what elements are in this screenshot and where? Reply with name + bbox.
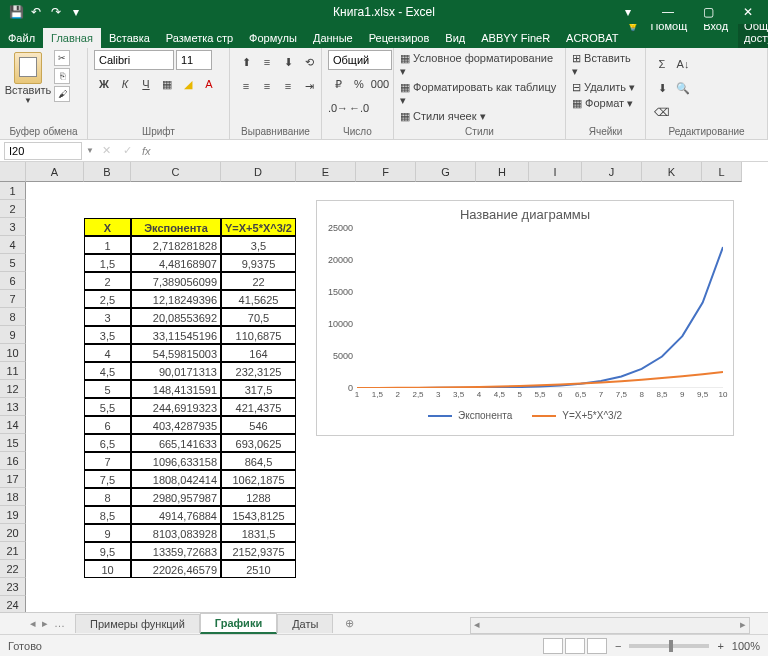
cell[interactable]: 8103,083928 bbox=[131, 524, 221, 542]
align-middle-icon[interactable]: ≡ bbox=[257, 52, 277, 72]
cell[interactable]: 7 bbox=[84, 452, 131, 470]
font-name-select[interactable] bbox=[94, 50, 174, 70]
undo-icon[interactable]: ↶ bbox=[28, 4, 44, 20]
column-header[interactable]: C bbox=[131, 162, 221, 182]
sheet-nav-more-icon[interactable]: … bbox=[54, 617, 65, 630]
tab-abbyy[interactable]: ABBYY FineR bbox=[473, 28, 558, 48]
cell[interactable]: 10 bbox=[84, 560, 131, 578]
insert-cells-button[interactable]: ⊞ Вставить ▾ bbox=[572, 52, 639, 78]
row-header[interactable]: 15 bbox=[0, 434, 26, 452]
row-header[interactable]: 4 bbox=[0, 236, 26, 254]
maximize-button[interactable]: ▢ bbox=[688, 0, 728, 24]
delete-cells-button[interactable]: ⊟ Удалить ▾ bbox=[572, 81, 635, 94]
cell[interactable]: 317,5 bbox=[221, 380, 296, 398]
row-header[interactable]: 12 bbox=[0, 380, 26, 398]
add-sheet-button[interactable]: ⊕ bbox=[333, 617, 366, 630]
sheet-tab-active[interactable]: Графики bbox=[200, 613, 277, 634]
decrease-decimal-icon[interactable]: ←.0 bbox=[349, 98, 369, 118]
tab-insert[interactable]: Вставка bbox=[101, 28, 158, 48]
cell[interactable]: 2980,957987 bbox=[131, 488, 221, 506]
cell[interactable]: 2510 bbox=[221, 560, 296, 578]
cell[interactable]: 6,5 bbox=[84, 434, 131, 452]
cell[interactable]: 5,5 bbox=[84, 398, 131, 416]
column-header[interactable]: A bbox=[26, 162, 84, 182]
name-box-dropdown-icon[interactable]: ▼ bbox=[86, 146, 94, 155]
cell[interactable]: 7,389056099 bbox=[131, 272, 221, 290]
increase-decimal-icon[interactable]: .0→ bbox=[328, 98, 348, 118]
cell[interactable]: 1288 bbox=[221, 488, 296, 506]
horizontal-scrollbar[interactable]: ◂ ▸ bbox=[470, 617, 750, 634]
fill-icon[interactable]: ⬇ bbox=[652, 78, 672, 98]
comma-icon[interactable]: 000 bbox=[370, 74, 390, 94]
cell[interactable]: 20,08553692 bbox=[131, 308, 221, 326]
sheet-tab[interactable]: Примеры функций bbox=[75, 614, 200, 633]
page-break-view-icon[interactable] bbox=[587, 638, 607, 654]
cell[interactable]: 12,18249396 bbox=[131, 290, 221, 308]
row-header[interactable]: 10 bbox=[0, 344, 26, 362]
cell[interactable]: 665,141633 bbox=[131, 434, 221, 452]
row-header[interactable]: 5 bbox=[0, 254, 26, 272]
cell[interactable]: 232,3125 bbox=[221, 362, 296, 380]
cell[interactable]: 1831,5 bbox=[221, 524, 296, 542]
bold-button[interactable]: Ж bbox=[94, 74, 114, 94]
cell[interactable]: 4,5 bbox=[84, 362, 131, 380]
zoom-out-icon[interactable]: − bbox=[615, 640, 621, 652]
cancel-icon[interactable]: ✕ bbox=[94, 144, 119, 157]
zoom-level[interactable]: 100% bbox=[732, 640, 760, 652]
tab-layout[interactable]: Разметка стр bbox=[158, 28, 241, 48]
cell[interactable]: 1,5 bbox=[84, 254, 131, 272]
column-header[interactable]: B bbox=[84, 162, 131, 182]
zoom-slider[interactable] bbox=[629, 644, 709, 648]
cell[interactable]: 864,5 bbox=[221, 452, 296, 470]
fill-color-icon[interactable]: ◢ bbox=[178, 74, 198, 94]
italic-button[interactable]: К bbox=[115, 74, 135, 94]
row-header[interactable]: 9 bbox=[0, 326, 26, 344]
sheet-grid[interactable]: ABCDEFGHIJKL 123456789101112131415161718… bbox=[0, 162, 768, 612]
align-top-icon[interactable]: ⬆ bbox=[236, 52, 256, 72]
cell[interactable]: 33,11545196 bbox=[131, 326, 221, 344]
cell[interactable]: 1 bbox=[84, 236, 131, 254]
cell[interactable]: 3,5 bbox=[84, 326, 131, 344]
cell[interactable]: 13359,72683 bbox=[131, 542, 221, 560]
cell[interactable]: 1808,042414 bbox=[131, 470, 221, 488]
row-header[interactable]: 3 bbox=[0, 218, 26, 236]
row-header[interactable]: 16 bbox=[0, 452, 26, 470]
page-layout-view-icon[interactable] bbox=[565, 638, 585, 654]
cell[interactable]: 9,5 bbox=[84, 542, 131, 560]
format-painter-icon[interactable]: 🖌 bbox=[54, 86, 70, 102]
chart[interactable]: Название диаграммы 050001000015000200002… bbox=[316, 200, 734, 436]
cell[interactable]: 2,718281828 bbox=[131, 236, 221, 254]
cell[interactable]: 70,5 bbox=[221, 308, 296, 326]
cell[interactable]: 22026,46579 bbox=[131, 560, 221, 578]
minimize-button[interactable]: — bbox=[648, 0, 688, 24]
cell[interactable]: 90,0171313 bbox=[131, 362, 221, 380]
cell[interactable]: 421,4375 bbox=[221, 398, 296, 416]
format-cells-button[interactable]: ▦ Формат ▾ bbox=[572, 97, 633, 110]
row-header[interactable]: 23 bbox=[0, 578, 26, 596]
cell[interactable]: 1096,633158 bbox=[131, 452, 221, 470]
row-header[interactable]: 14 bbox=[0, 416, 26, 434]
cell[interactable]: 54,59815003 bbox=[131, 344, 221, 362]
enter-icon[interactable]: ✓ bbox=[119, 144, 136, 157]
column-header[interactable]: I bbox=[529, 162, 582, 182]
autosum-icon[interactable]: Σ bbox=[652, 54, 672, 74]
cell[interactable]: 164 bbox=[221, 344, 296, 362]
cell[interactable]: 693,0625 bbox=[221, 434, 296, 452]
cell-styles-button[interactable]: ▦ Стили ячеек ▾ bbox=[400, 110, 486, 123]
sheet-nav-next-icon[interactable]: ▸ bbox=[42, 617, 48, 630]
formula-input[interactable] bbox=[156, 142, 768, 160]
ribbon-options-icon[interactable]: ▾ bbox=[608, 0, 648, 24]
align-right-icon[interactable]: ≡ bbox=[278, 76, 298, 96]
column-header[interactable]: D bbox=[221, 162, 296, 182]
sheet-nav-prev-icon[interactable]: ◂ bbox=[30, 617, 36, 630]
orientation-icon[interactable]: ⟲ bbox=[299, 52, 319, 72]
indent-icon[interactable]: ⇥ bbox=[299, 76, 319, 96]
row-header[interactable]: 20 bbox=[0, 524, 26, 542]
select-all-corner[interactable] bbox=[0, 162, 26, 182]
cell[interactable]: 244,6919323 bbox=[131, 398, 221, 416]
column-header[interactable]: K bbox=[642, 162, 702, 182]
font-color-icon[interactable]: A bbox=[199, 74, 219, 94]
row-header[interactable]: 13 bbox=[0, 398, 26, 416]
currency-icon[interactable]: ₽ bbox=[328, 74, 348, 94]
cell[interactable]: 5 bbox=[84, 380, 131, 398]
